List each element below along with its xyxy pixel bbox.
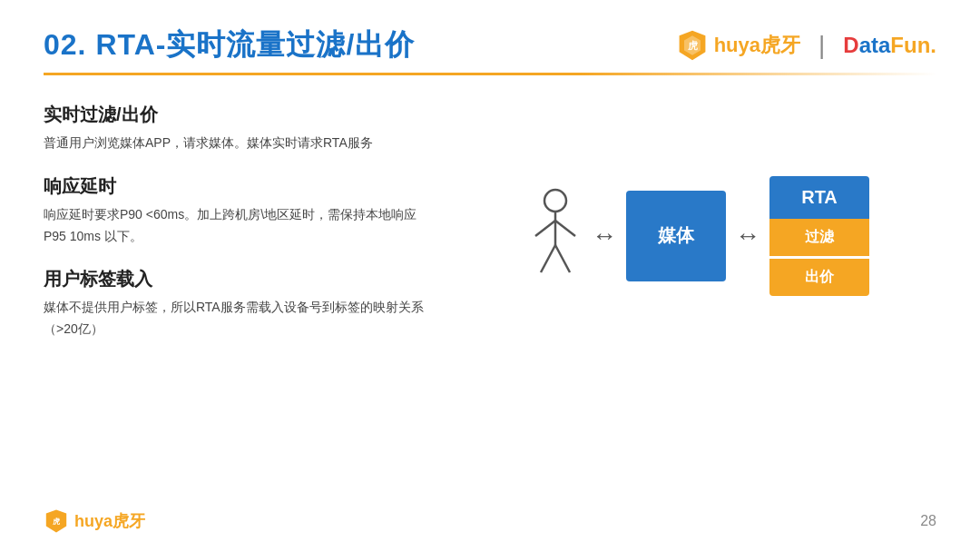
svg-text:虎: 虎 [52, 517, 60, 526]
section-tags-title: 用户标签载入 [44, 267, 425, 291]
rta-container: RTA 过滤 出价 [769, 176, 869, 296]
title-underline [44, 73, 936, 75]
arrow-media-to-rta: ↔ [735, 222, 760, 251]
rta-bid-box: 出价 [769, 259, 869, 296]
footer-logo-text: huya虎牙 [74, 510, 145, 532]
huya-text: huya虎牙 [714, 32, 800, 59]
page-number: 28 [920, 513, 936, 529]
arrow-person-to-media: ↔ [592, 222, 617, 251]
section-latency-body: 响应延时要求P90 <60ms。加上跨机房\地区延时，需保持本地响应 P95 1… [44, 204, 425, 248]
diagram-container: ↔ 媒体 ↔ RTA 过滤 出价 [528, 176, 869, 296]
right-diagram: ↔ 媒体 ↔ RTA 过滤 出价 [461, 103, 936, 360]
main-content: 实时过滤/出价 普通用户浏览媒体APP，请求媒体。媒体实时请求RTA服务 响应延… [0, 84, 980, 360]
section-filter-body: 普通用户浏览媒体APP，请求媒体。媒体实时请求RTA服务 [44, 133, 425, 154]
svg-line-8 [555, 245, 570, 272]
page-title: 02. RTA-实时流量过滤/出价 [44, 25, 415, 65]
huya-icon: 虎 [676, 29, 709, 62]
section-tags-body: 媒体不提供用户标签，所以RTA服务需载入设备号到标签的映射关系（>20亿） [44, 297, 425, 340]
section-tags: 用户标签载入 媒体不提供用户标签，所以RTA服务需载入设备号到标签的映射关系（>… [44, 267, 425, 340]
huya-logo: 虎 huya虎牙 [676, 29, 800, 62]
section-latency-title: 响应延时 [44, 174, 425, 199]
svg-text:虎: 虎 [687, 40, 697, 51]
section-filter-title: 实时过滤/出价 [44, 103, 425, 127]
section-filter: 实时过滤/出价 普通用户浏览媒体APP，请求媒体。媒体实时请求RTA服务 [44, 103, 425, 154]
section-latency: 响应延时 响应延时要求P90 <60ms。加上跨机房\地区延时，需保持本地响应 … [44, 174, 425, 248]
svg-line-5 [535, 221, 555, 236]
media-box: 媒体 [626, 191, 726, 281]
footer-huya-logo: 虎 huya虎牙 [44, 508, 145, 534]
left-text-content: 实时过滤/出价 普通用户浏览媒体APP，请求媒体。媒体实时请求RTA服务 响应延… [44, 103, 425, 360]
footer-huya-icon: 虎 [44, 508, 69, 534]
logos-area: 虎 huya虎牙 | DataFun. [676, 29, 936, 62]
rta-filter-box: 过滤 [769, 219, 869, 256]
svg-line-7 [541, 245, 555, 272]
logo-divider: | [818, 31, 825, 60]
datafun-logo: DataFun. [843, 33, 936, 58]
stick-figure [528, 186, 583, 286]
svg-point-3 [544, 190, 566, 212]
svg-line-6 [555, 221, 575, 236]
page-footer: 虎 huya虎牙 28 [44, 508, 936, 534]
page-header: 02. RTA-实时流量过滤/出价 虎 huya虎牙 | DataFun. [0, 0, 980, 65]
rta-header: RTA [769, 176, 869, 219]
